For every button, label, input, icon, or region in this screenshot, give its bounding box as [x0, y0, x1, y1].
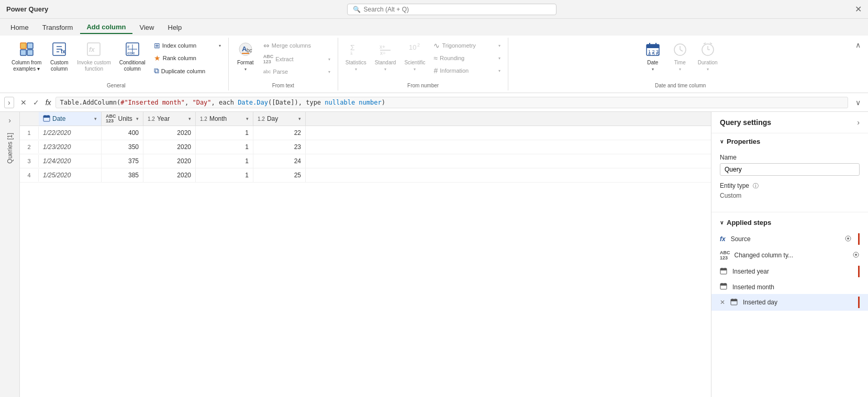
- menu-view[interactable]: View: [133, 21, 161, 33]
- invoke-func-label: Invoke customfunction: [77, 60, 110, 72]
- settings-expand-button[interactable]: ›: [857, 118, 860, 127]
- duration-button[interactable]: Duration ▾: [695, 40, 721, 74]
- merge-columns-button[interactable]: ⇔ Merge columns: [260, 40, 333, 51]
- parse-button[interactable]: abc Parse ▾: [260, 67, 333, 76]
- cell-date-3[interactable]: 1/24/2020: [39, 154, 102, 168]
- svg-rect-51: [720, 268, 727, 270]
- svg-rect-29: [647, 47, 659, 48]
- cell-units-1: 400: [102, 126, 143, 140]
- cell-year-1: 2020: [143, 126, 196, 140]
- date-button[interactable]: 1 2 34 5 6 Date ▾: [640, 40, 665, 74]
- queries-panel-label: Queries [1]: [6, 133, 14, 164]
- inserted-day-label: Inserted day: [743, 299, 855, 306]
- rank-column-button[interactable]: ★ Rank column: [151, 52, 224, 64]
- conditional-column-button[interactable]: ifelse Conditionalcolumn: [116, 40, 149, 74]
- invoke-function-button[interactable]: fx Invoke customfunction: [74, 40, 114, 74]
- queries-panel-expand-button[interactable]: ›: [8, 116, 11, 124]
- duplicate-column-button[interactable]: ⧉ Duplicate column: [151, 65, 224, 77]
- properties-section-header[interactable]: ∨ Properties: [711, 133, 868, 150]
- col-examples-icon: [19, 42, 34, 59]
- statistics-button[interactable]: Σx̄ Statistics ▾: [342, 40, 370, 74]
- applied-steps-label: Applied steps: [727, 219, 771, 226]
- step-source[interactable]: fx Source: [711, 231, 868, 247]
- ribbon-group-datetime: 1 2 34 5 6 Date ▾ Time ▾ Duration ▾ Date: [508, 38, 852, 90]
- day-col-dropdown[interactable]: ▾: [298, 116, 301, 121]
- format-label: Format: [237, 60, 254, 66]
- row-num-2: 2: [20, 141, 39, 153]
- menu-help[interactable]: Help: [162, 21, 188, 33]
- name-field-label: Name: [720, 154, 860, 161]
- search-input[interactable]: [364, 6, 551, 13]
- applied-steps-section-header[interactable]: ∨ Applied steps: [711, 214, 868, 231]
- queries-expand-button[interactable]: ›: [4, 97, 14, 108]
- year-col-dropdown[interactable]: ▾: [188, 116, 191, 121]
- ribbon-collapse-button[interactable]: ∧: [852, 40, 864, 50]
- col-header-day[interactable]: 1.2 Day ▾: [253, 112, 306, 126]
- step-inserted-day[interactable]: ✕ Inserted day: [711, 294, 868, 311]
- trig-label: Trigonometry: [442, 42, 475, 49]
- svg-rect-59: [731, 299, 737, 301]
- year-col-icon: 1.2: [148, 116, 155, 122]
- col-header-date[interactable]: Date ▾: [39, 112, 102, 126]
- col-header-year[interactable]: 1.2 Year ▾: [143, 112, 196, 126]
- standard-button[interactable]: x+x÷ Standard ▾: [372, 40, 399, 74]
- step-changed-col-type[interactable]: ABC123 Changed column ty...: [711, 247, 868, 263]
- scientific-button[interactable]: 102 Scientific ▾: [401, 40, 428, 74]
- information-button[interactable]: # Information ▾: [430, 65, 504, 76]
- units-col-dropdown[interactable]: ▾: [136, 116, 139, 121]
- step-inserted-month[interactable]: Inserted month: [711, 280, 868, 294]
- col-header-units[interactable]: ABC123 Units ▾: [102, 112, 143, 126]
- changed-col-settings-icon[interactable]: [852, 251, 860, 260]
- cell-date-4[interactable]: 1/25/2020: [39, 168, 102, 182]
- time-button[interactable]: Time ▾: [667, 40, 693, 74]
- row-num-header: [20, 112, 39, 126]
- trig-arrow: ▾: [498, 43, 500, 48]
- scientific-label: Scientific: [404, 60, 425, 66]
- inserted-day-x-icon[interactable]: ✕: [720, 299, 725, 306]
- svg-rect-1: [27, 43, 33, 49]
- svg-text:x÷: x÷: [380, 50, 386, 56]
- changed-col-type-label: Changed column ty...: [735, 252, 850, 259]
- date-icon: 1 2 34 5 6: [646, 42, 660, 59]
- cell-date-2[interactable]: 1/23/2020: [39, 140, 102, 154]
- format-button[interactable]: Abc Format ▾: [233, 40, 258, 74]
- source-step-settings-icon[interactable]: [844, 235, 852, 244]
- cell-date-1[interactable]: 1/22/2020: [39, 126, 102, 140]
- general-small-buttons: ⊞ Index column ▾ ★ Rank column ⧉ Duplica…: [151, 40, 224, 77]
- formula-expand-right-button[interactable]: ∨: [852, 97, 864, 108]
- cell-units-2: 350: [102, 140, 143, 154]
- formula-buttons: ✕ ✓: [18, 97, 41, 108]
- search-box[interactable]: 🔍: [347, 4, 557, 15]
- formula-bar: › ✕ ✓ fx Table.AddColumn(#"Inserted mont…: [0, 93, 868, 112]
- col-header-month[interactable]: 1.2 Month ▾: [196, 112, 253, 126]
- menu-home[interactable]: Home: [4, 21, 35, 33]
- trigonometry-button[interactable]: ∿ Trigonometry ▾: [430, 40, 504, 51]
- applied-steps-chevron: ∨: [720, 220, 724, 225]
- index-column-button[interactable]: ⊞ Index column ▾: [151, 40, 224, 51]
- cell-year-3: 2020: [143, 154, 196, 168]
- svg-rect-43: [43, 116, 50, 118]
- custom-column-button[interactable]: fx Customcolumn: [47, 40, 72, 74]
- units-col-icon: ABC123: [106, 114, 116, 123]
- general-group-label: General: [107, 82, 126, 88]
- step-inserted-year[interactable]: Inserted year: [711, 263, 868, 280]
- column-from-examples-button[interactable]: Column fromexamples ▾: [8, 40, 44, 74]
- menu-add-column[interactable]: Add column: [80, 21, 132, 34]
- standard-arrow: ▾: [384, 67, 386, 72]
- cell-day-2: 23: [253, 140, 306, 154]
- date-col-dropdown[interactable]: ▾: [94, 116, 97, 121]
- query-name-input[interactable]: [720, 163, 860, 176]
- menu-transform[interactable]: Transform: [36, 21, 80, 33]
- formula-input[interactable]: Table.AddColumn(#"Inserted month", "Day"…: [55, 97, 848, 108]
- index-col-icon: ⊞: [154, 41, 160, 50]
- row-num-1: 1: [20, 127, 39, 139]
- formula-accept-button[interactable]: ✓: [31, 97, 41, 108]
- rounding-button[interactable]: ≈ Rounding ▾: [430, 52, 504, 64]
- extract-button[interactable]: ABC123 Extract ▾: [260, 52, 333, 66]
- month-col-dropdown[interactable]: ▾: [246, 116, 249, 121]
- formula-cancel-button[interactable]: ✕: [18, 97, 29, 108]
- format-arrow: ▾: [244, 67, 247, 72]
- from-text-buttons: Abc Format ▾ ⇔ Merge columns ABC123 Extr…: [233, 40, 333, 82]
- close-button[interactable]: ✕: [855, 4, 862, 14]
- entity-type-label: Entity type ⓘ: [720, 182, 860, 190]
